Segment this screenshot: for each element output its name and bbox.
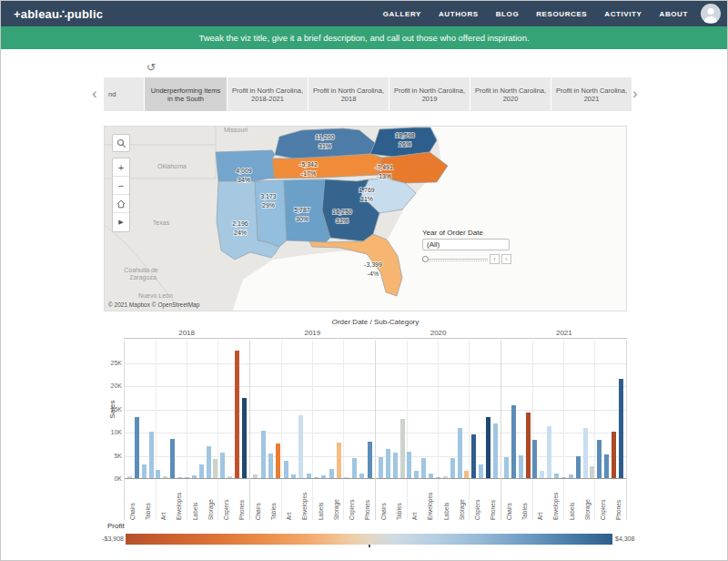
bar-2019-2[interactable]: [268, 454, 273, 478]
map-zoom-out-button[interactable]: −: [113, 177, 129, 195]
bar-2019-4[interactable]: [284, 461, 288, 478]
bar-2019-7[interactable]: [307, 474, 311, 478]
bar-2020-8[interactable]: [436, 477, 440, 478]
tableau-public-logo[interactable]: +ableau∴public: [14, 7, 103, 21]
nav-item-blog[interactable]: BLOG: [496, 10, 520, 18]
map-more-tools-button[interactable]: ▶: [113, 213, 129, 231]
tab-4[interactable]: Profit in North Carolina, 2020: [470, 77, 551, 111]
bar-2021-15[interactable]: [612, 432, 616, 478]
bar-2020-5[interactable]: [414, 471, 419, 478]
year-filter-value[interactable]: (All): [422, 239, 510, 250]
bar-2020-0[interactable]: [379, 457, 383, 478]
bar-2021-7[interactable]: [554, 474, 559, 478]
bar-2018-5[interactable]: [163, 476, 167, 478]
bar-2018-7[interactable]: [177, 477, 182, 478]
bar-2021-1[interactable]: [511, 405, 516, 478]
bar-2019-14[interactable]: [359, 474, 364, 478]
bar-2018-13[interactable]: [220, 453, 225, 478]
bar-2019-1[interactable]: [261, 431, 266, 478]
bar-2021-12[interactable]: [590, 466, 594, 478]
bar-2018-1[interactable]: [135, 417, 139, 478]
nav-item-about[interactable]: ABOUT: [660, 10, 688, 18]
bar-2020-9[interactable]: [443, 476, 448, 478]
bar-2020-1[interactable]: [386, 449, 390, 478]
bar-2020-13[interactable]: [471, 434, 476, 478]
nav-item-authors[interactable]: AUTHORS: [439, 10, 479, 18]
undo-icon[interactable]: ↺: [147, 61, 156, 74]
bar-2018-16[interactable]: [242, 398, 247, 478]
nav-item-activity[interactable]: ACTIVITY: [604, 10, 642, 18]
tab-3[interactable]: Profit in North Carolina, 2019: [389, 77, 470, 111]
bar-2021-9[interactable]: [569, 474, 573, 478]
bar-2021-5[interactable]: [540, 471, 544, 478]
bar-2019-10[interactable]: [329, 469, 334, 478]
bar-2021-13[interactable]: [597, 440, 602, 478]
bar-2020-11[interactable]: [458, 428, 462, 478]
bar-2019-0[interactable]: [253, 474, 258, 478]
bar-2019-6[interactable]: [298, 415, 303, 478]
bar-2021-11[interactable]: [583, 428, 588, 478]
bar-2019-9[interactable]: [321, 475, 326, 478]
bar-2019-8[interactable]: [314, 477, 318, 478]
bar-2018-4[interactable]: [156, 470, 160, 478]
nav-item-resources[interactable]: RESOURCES: [536, 10, 587, 18]
home-icon: [116, 199, 126, 209]
bar-2021-6[interactable]: [547, 426, 551, 478]
tab-partial[interactable]: nd: [104, 77, 144, 111]
bar-2021-16[interactable]: [619, 379, 623, 478]
bar-2018-2[interactable]: [142, 464, 147, 478]
bar-2018-9[interactable]: [192, 475, 197, 478]
bar-2018-6[interactable]: [170, 439, 175, 478]
bar-2018-12[interactable]: [213, 459, 217, 478]
state-mississippi[interactable]: [255, 180, 287, 247]
bar-2020-4[interactable]: [407, 452, 411, 478]
tabs-scroll-right-icon[interactable]: ›: [632, 85, 638, 103]
map-attribution[interactable]: © 2021 Mapbox © OpenStreetMap: [108, 301, 199, 308]
bar-2019-11[interactable]: [337, 443, 341, 478]
tabs-scroll-left-icon[interactable]: ‹: [92, 85, 97, 103]
bar-2018-3[interactable]: [149, 432, 154, 478]
map-home-button[interactable]: [113, 195, 129, 213]
bar-2020-14[interactable]: [479, 464, 483, 478]
nav-item-gallery[interactable]: GALLERY: [383, 10, 421, 18]
bar-2018-8[interactable]: [185, 477, 189, 478]
bar-2018-15[interactable]: [235, 351, 239, 478]
bar-2018-0[interactable]: [127, 476, 132, 478]
bar-2020-16[interactable]: [493, 423, 498, 478]
bar-2020-7[interactable]: [429, 474, 433, 478]
svg-text:-4%: -4%: [368, 270, 379, 277]
bar-2018-10[interactable]: [199, 464, 204, 478]
bar-2019-5[interactable]: [291, 474, 296, 478]
slider-handle[interactable]: [422, 256, 429, 262]
bar-2020-12[interactable]: [464, 471, 469, 478]
bar-2021-2[interactable]: [519, 455, 523, 478]
user-avatar[interactable]: [701, 4, 721, 24]
bar-2018-11[interactable]: [207, 446, 211, 478]
bar-2021-3[interactable]: [526, 413, 531, 478]
bar-2020-2[interactable]: [393, 453, 398, 478]
bar-2020-15[interactable]: [486, 417, 490, 478]
map-zoom-in-button[interactable]: +: [113, 158, 129, 177]
bar-2018-14[interactable]: [228, 476, 232, 478]
legend-gradient-bar[interactable]: [126, 534, 612, 545]
bar-2019-12[interactable]: [344, 477, 349, 478]
tab-5[interactable]: Profit in North Carolina, 2021: [551, 77, 632, 111]
tab-0[interactable]: Underperforming items in the South: [145, 77, 227, 111]
tab-1[interactable]: Profit in North Carolina, 2018-2021: [228, 77, 308, 111]
bar-2020-6[interactable]: [421, 458, 426, 478]
tab-2[interactable]: Profit in North Carolina, 2018: [308, 77, 389, 111]
slider-next-button[interactable]: ›: [501, 254, 511, 264]
map-search-button[interactable]: [112, 134, 130, 152]
bar-2021-0[interactable]: [504, 457, 509, 478]
bar-2020-10[interactable]: [450, 458, 455, 478]
bar-2021-4[interactable]: [532, 440, 537, 478]
bar-2019-15[interactable]: [368, 442, 372, 478]
bar-2020-3[interactable]: [400, 419, 405, 478]
slider-prev-button[interactable]: ‹: [490, 254, 500, 264]
bar-2021-8[interactable]: [561, 477, 566, 478]
bar-2019-3[interactable]: [276, 444, 280, 478]
bar-2021-14[interactable]: [604, 454, 609, 478]
bar-2021-10[interactable]: [576, 456, 581, 478]
bar-2019-13[interactable]: [352, 458, 357, 478]
slider-track[interactable]: [422, 256, 488, 262]
